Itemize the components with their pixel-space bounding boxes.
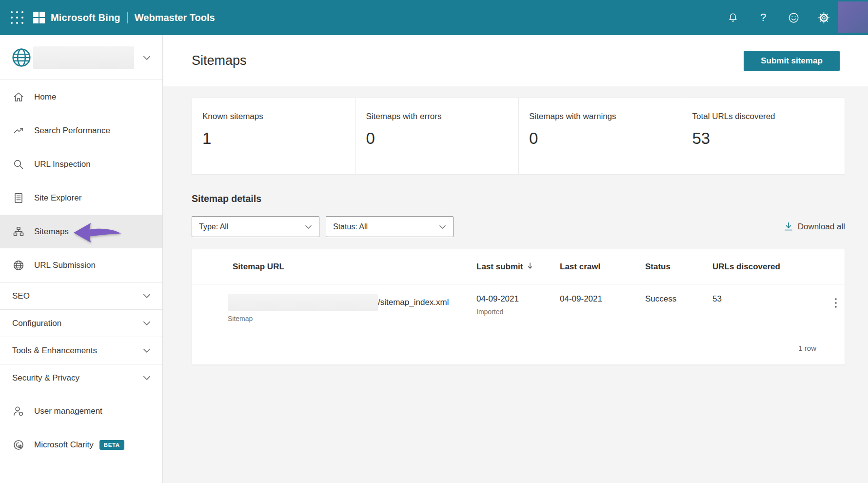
sidebar-item-url-submission[interactable]: URL Submission [0,248,162,282]
status-filter-value: Status: All [333,222,368,231]
document-list-icon [12,192,25,204]
chevron-down-icon [439,222,446,231]
last-crawl-date: 04-09-2021 [560,294,645,304]
stat-card-sitemaps-with-errors: Sitemaps with errors 0 [355,98,519,174]
stat-value: 0 [529,129,682,148]
sitemap-domain-blurred [228,294,378,311]
table-row[interactable]: /sitemap_index.xml Sitemap 04-09-2021 Im… [192,284,845,331]
download-all-label: Download all [798,222,845,232]
clarity-swirl-icon [12,439,25,451]
feedback-smiley-icon[interactable] [787,11,800,24]
person-icon [12,405,25,418]
sidebar-item-label: Home [34,92,56,102]
page-title: Sitemaps [192,53,247,68]
sidebar-section-configuration[interactable]: Configuration [0,309,162,337]
microsoft-logo-icon [33,12,45,23]
download-all-button[interactable]: Download all [784,222,845,232]
brand-title: Microsoft Bing [51,12,120,23]
stats-summary-bar: Known sitemaps 1 Sitemaps with errors 0 … [192,98,845,175]
sidebar-item-user-management[interactable]: User management [0,394,162,428]
sitemap-tree-icon [12,225,25,238]
sidebar-item-label: URL Submission [34,261,96,270]
chevron-down-icon [143,291,151,301]
table-footer-row-count: 1 row [192,331,845,364]
stat-label: Total URLs discovered [692,112,845,121]
chevron-down-icon [143,346,151,356]
user-avatar[interactable] [838,1,868,33]
urls-discovered-value: 53 [712,294,827,304]
column-header-last-crawl[interactable]: Last crawl [560,249,645,272]
submit-sitemap-button[interactable]: Submit sitemap [744,51,840,71]
last-submit-note: Imported [476,308,560,316]
stat-card-known-sitemaps: Known sitemaps 1 [192,98,355,174]
stat-value: 0 [366,129,519,148]
type-filter-dropdown[interactable]: Type: All [192,216,319,237]
status-filter-dropdown[interactable]: Status: All [326,216,454,237]
home-icon [12,91,25,103]
sidebar-item-microsoft-clarity[interactable]: Microsoft Clarity BETA [0,428,162,462]
page-header: Sitemaps Submit sitemap [163,35,868,86]
status-value: Success [645,294,712,304]
site-selector[interactable] [0,35,162,80]
column-header-status[interactable]: Status [645,249,712,272]
stat-value: 1 [202,129,355,148]
sidebar-item-url-inspection[interactable]: URL Inspection [0,147,162,181]
settings-gear-icon[interactable] [817,11,830,24]
chevron-down-icon [305,222,312,231]
sidebar-item-label: Sitemaps [34,227,69,237]
chevron-down-icon[interactable] [143,54,151,62]
stat-label: Sitemaps with errors [366,112,519,121]
sidebar-section-tools-enhancements[interactable]: Tools & Enhancements [0,337,162,364]
sidebar-section-seo[interactable]: SEO [0,282,162,309]
notifications-icon[interactable] [727,11,739,24]
sidebar-item-label: Search Performance [34,126,110,136]
site-globe-icon [11,47,32,68]
stat-label: Sitemaps with warnings [529,112,682,121]
sitemap-details-heading: Sitemap details [192,193,845,204]
sidebar-item-sitemaps[interactable]: Sitemaps [0,215,162,248]
chevron-down-icon [143,319,151,328]
stat-value: 53 [692,129,845,148]
column-header-sitemap-url[interactable]: Sitemap URL [228,249,476,272]
sidebar-item-label: User management [34,406,102,416]
app-launcher-icon[interactable] [9,9,25,26]
beta-badge: BETA [99,440,124,450]
sort-descending-icon [527,262,533,273]
section-label: Configuration [12,319,61,328]
column-header-urls-discovered[interactable]: URLs discovered [712,249,827,272]
chevron-down-icon [143,373,151,383]
sidebar-item-home[interactable]: Home [0,80,162,114]
sidebar-section-security-privacy[interactable]: Security & Privacy [0,364,162,391]
sidebar-item-search-performance[interactable]: Search Performance [0,114,162,147]
stat-card-total-urls-discovered: Total URLs discovered 53 [682,98,845,174]
last-submit-date: 04-09-2021 [476,294,560,304]
sidebar-item-label: URL Inspection [34,160,91,169]
globe-icon [12,259,25,272]
magnifier-icon [12,158,25,171]
sidebar-item-label: Site Explorer [34,193,81,203]
row-actions-kebab-icon[interactable] [834,294,837,311]
sidebar-item-site-explorer[interactable]: Site Explorer [0,181,162,215]
help-icon[interactable]: ? [757,11,769,24]
brand-separator [127,12,128,23]
column-header-last-submit[interactable]: Last submit [476,249,560,273]
section-label: Security & Privacy [12,373,79,383]
stat-label: Known sitemaps [202,112,355,121]
top-app-bar: Microsoft Bing Webmaster Tools ? [0,0,868,35]
sidebar-item-label: Microsoft Clarity [34,440,94,450]
product-title: Webmaster Tools [135,12,215,23]
site-name-blurred [33,46,134,69]
sidebar-navigation: Home Search Performance URL Inspection S… [0,35,163,483]
stat-card-sitemaps-with-warnings: Sitemaps with warnings 0 [518,98,682,174]
sitemap-type-label: Sitemap [228,315,476,322]
type-filter-value: Type: All [199,222,228,231]
download-icon [784,222,793,231]
section-label: Tools & Enhancements [12,346,97,356]
sitemap-url-suffix: /sitemap_index.xml [378,298,449,307]
section-label: SEO [12,291,30,301]
sitemaps-table: Sitemap URL Last submit Last crawl Statu… [192,249,845,365]
trend-up-icon [12,124,25,137]
